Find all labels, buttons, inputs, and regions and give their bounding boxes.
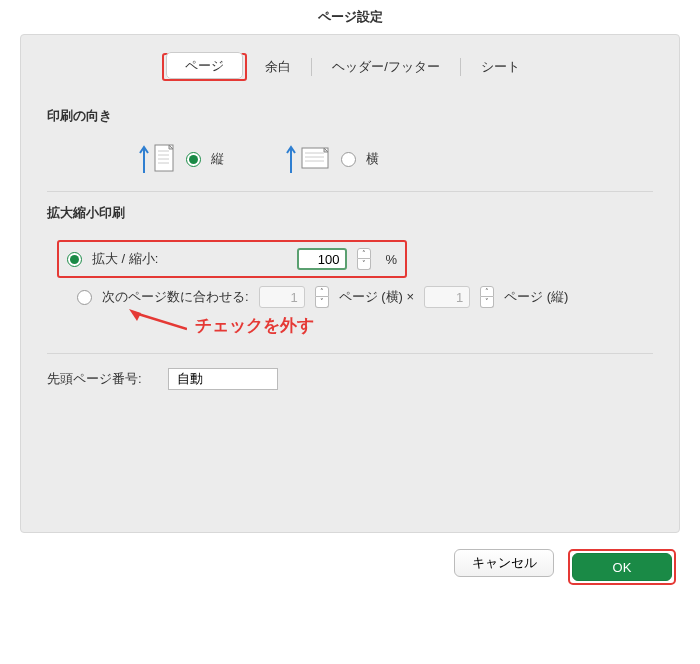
radio-adjust-to[interactable] (67, 252, 82, 267)
cancel-button[interactable]: キャンセル (454, 549, 554, 577)
orientation-landscape-group: 横 (284, 143, 379, 175)
adjust-to-row: 拡大 / 縮小: ˄ ˅ % (57, 240, 407, 278)
fit-to-label: 次のページ数に合わせる: (102, 288, 249, 306)
tab-separator (460, 58, 461, 76)
ok-highlight: OK (568, 549, 676, 585)
portrait-icon (137, 143, 176, 175)
fit-tall-label: ページ (縦) (504, 288, 568, 306)
radio-portrait[interactable] (186, 152, 201, 167)
fit-wide-label: ページ (横) × (339, 288, 414, 306)
fit-wide-spinner[interactable]: ˄ ˅ (315, 286, 329, 308)
tab-page[interactable]: ページ (166, 52, 243, 79)
landscape-icon (284, 143, 331, 175)
chevron-down-icon[interactable]: ˅ (315, 297, 329, 308)
tab-margins[interactable]: 余白 (247, 53, 309, 81)
chevron-up-icon[interactable]: ˄ (315, 286, 329, 297)
fit-tall-input[interactable] (424, 286, 470, 308)
percent-label: % (385, 252, 397, 267)
scaling-title: 拡大縮小印刷 (47, 204, 653, 222)
ok-button[interactable]: OK (572, 553, 672, 581)
orientation-portrait-group: 縦 (137, 143, 224, 175)
portrait-label: 縦 (211, 150, 224, 168)
tabs-bar: ページ 余白 ヘッダー/フッター シート (21, 35, 679, 95)
radio-landscape[interactable] (341, 152, 356, 167)
fit-tall-spinner[interactable]: ˄ ˅ (480, 286, 494, 308)
orientation-section: 印刷の向き 縦 横 (21, 95, 679, 191)
tab-sheet[interactable]: シート (463, 53, 538, 81)
radio-fit-to[interactable] (77, 290, 92, 305)
chevron-up-icon[interactable]: ˄ (480, 286, 494, 297)
dialog-body: ページ 余白 ヘッダー/フッター シート 印刷の向き 縦 (20, 34, 680, 533)
divider (47, 353, 653, 354)
landscape-label: 横 (366, 150, 379, 168)
dialog-footer: キャンセル OK (0, 533, 700, 599)
first-page-input[interactable] (168, 368, 278, 390)
svg-marker-10 (129, 309, 141, 321)
chevron-down-icon[interactable]: ˅ (357, 259, 371, 270)
chevron-down-icon[interactable]: ˅ (480, 297, 494, 308)
dialog-title: ページ設定 (0, 0, 700, 34)
annotation-text: チェックを外す (195, 314, 314, 337)
adjust-to-label: 拡大 / 縮小: (92, 250, 158, 268)
chevron-up-icon[interactable]: ˄ (357, 248, 371, 259)
arrow-icon (127, 309, 187, 333)
tab-highlight: ページ (162, 53, 247, 81)
scaling-section: 拡大縮小印刷 拡大 / 縮小: ˄ ˅ % 次のページ数に合わせる: ˄ ˅ ペ… (21, 192, 679, 353)
tab-separator (311, 58, 312, 76)
tab-header-footer[interactable]: ヘッダー/フッター (314, 53, 458, 81)
first-page-label: 先頭ページ番号: (47, 370, 142, 388)
svg-line-9 (135, 313, 187, 329)
scale-input[interactable] (297, 248, 347, 270)
orientation-title: 印刷の向き (47, 107, 653, 125)
scale-spinner[interactable]: ˄ ˅ (357, 248, 371, 270)
annotation: チェックを外す (197, 314, 653, 337)
first-page-row: 先頭ページ番号: (21, 368, 679, 390)
fit-wide-input[interactable] (259, 286, 305, 308)
